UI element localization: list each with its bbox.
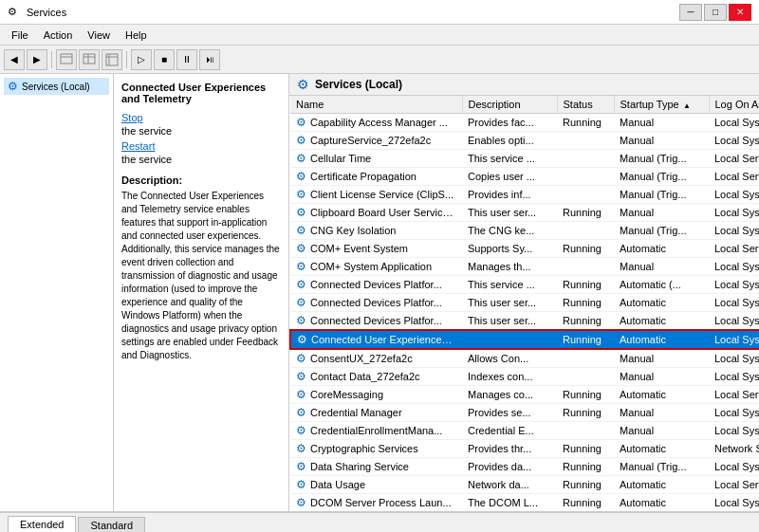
table-row[interactable]: ⚙Cellular TimeThis service ...Manual (Tr…	[290, 150, 759, 168]
row-startup-type: Automatic	[614, 476, 709, 494]
table-row[interactable]: ⚙COM+ System ApplicationManages th...Man…	[290, 258, 759, 276]
row-status: Running	[557, 330, 614, 349]
row-status: Running	[557, 440, 614, 458]
tree-item-services-local[interactable]: ⚙ Services (Local)	[4, 78, 109, 95]
row-status: Running	[557, 204, 614, 222]
col-description[interactable]: Description	[462, 96, 557, 114]
row-description: Credential E...	[462, 422, 557, 440]
minimize-button[interactable]: ─	[679, 4, 702, 21]
row-service-name: Cellular Time	[310, 153, 371, 164]
col-status[interactable]: Status	[557, 96, 614, 114]
row-description: Copies user ...	[462, 168, 557, 186]
toolbar-forward-button[interactable]: ▶	[27, 49, 47, 70]
row-service-name: COM+ Event System	[310, 243, 408, 254]
col-startup-type[interactable]: Startup Type ▲	[614, 96, 709, 114]
tab-extended[interactable]: Extended	[8, 516, 76, 532]
col-name[interactable]: Name	[290, 96, 462, 114]
row-status: Running	[557, 240, 614, 258]
table-row[interactable]: ⚙Data UsageNetwork da...RunningAutomatic…	[290, 476, 759, 494]
menu-bar: File Action View Help	[0, 25, 759, 46]
table-row[interactable]: ⚙COM+ Event SystemSupports Sy...RunningA…	[290, 240, 759, 258]
toolbar-btn-3[interactable]	[102, 49, 122, 70]
maximize-button[interactable]: □	[704, 4, 727, 21]
table-row[interactable]: ⚙Client License Service (ClipS...Provide…	[290, 186, 759, 204]
row-description: Network da...	[462, 476, 557, 494]
row-logon-as: Local Syste	[709, 422, 759, 440]
toolbar-play-button[interactable]: ▷	[131, 49, 152, 70]
table-row[interactable]: ⚙Cryptographic ServicesProvides thr...Ru…	[290, 440, 759, 458]
table-row[interactable]: ⚙Connected Devices Platfor...This servic…	[290, 276, 759, 294]
row-description: The CNG ke...	[462, 222, 557, 240]
row-service-icon: ⚙	[296, 478, 306, 491]
services-table-container[interactable]: Name Description Status Startup Type ▲ L…	[289, 96, 759, 511]
table-row[interactable]: ⚙DCOM Server Process Laun...The DCOM L..…	[290, 494, 759, 512]
row-startup-type: Manual (Trig...	[614, 168, 709, 186]
table-row[interactable]: ⚙CNG Key IsolationThe CNG ke...Manual (T…	[290, 222, 759, 240]
row-service-name: CredentialEnrollmentMana...	[310, 425, 442, 436]
description-label: Description:	[121, 174, 281, 186]
row-description: The DCOM L...	[462, 494, 557, 512]
table-row[interactable]: ⚙Certificate PropagationCopies user ...M…	[290, 168, 759, 186]
right-panel: ⚙ Services (Local) Name Description Stat…	[289, 74, 759, 511]
row-service-name: Contact Data_272efa2c	[310, 371, 420, 382]
row-description: This user ser...	[462, 204, 557, 222]
row-logon-as: Local Syste	[709, 404, 759, 422]
table-row[interactable]: ⚙CaptureService_272efa2cEnables opti...M…	[290, 132, 759, 150]
row-description: Provides se...	[462, 404, 557, 422]
menu-file[interactable]: File	[4, 25, 36, 45]
row-status: Running	[557, 494, 614, 512]
row-service-icon: ⚙	[296, 152, 306, 165]
table-row[interactable]: ⚙Connected Devices Platfor...This user s…	[290, 312, 759, 331]
row-service-name: DCOM Server Process Laun...	[310, 497, 452, 508]
row-startup-type: Manual	[614, 368, 709, 386]
description-text: The Connected User Experiences and Telem…	[121, 190, 281, 362]
row-service-name: Capability Access Manager ...	[310, 117, 448, 128]
table-row[interactable]: ⚙Contact Data_272efa2cIndexes con...Manu…	[290, 368, 759, 386]
row-service-icon: ⚙	[296, 116, 306, 129]
table-row[interactable]: ⚙ConsentUX_272efa2cAllows Con...ManualLo…	[290, 349, 759, 368]
services-panel-header: ⚙ Services (Local)	[289, 74, 759, 96]
menu-action[interactable]: Action	[36, 25, 81, 45]
table-row[interactable]: ⚙CoreMessagingManages co...RunningAutoma…	[290, 386, 759, 404]
table-row[interactable]: ⚙Data Sharing ServiceProvides da...Runni…	[290, 458, 759, 476]
toolbar-pause-button[interactable]: ⏸	[176, 49, 197, 70]
table-row[interactable]: ⚙CredentialEnrollmentMana...Credential E…	[290, 422, 759, 440]
row-service-icon: ⚙	[296, 224, 306, 237]
restart-service-link[interactable]: Restart	[121, 140, 281, 152]
row-startup-type: Manual	[614, 422, 709, 440]
toolbar-btn-2[interactable]	[79, 49, 100, 70]
menu-view[interactable]: View	[80, 25, 118, 45]
row-service-name: Data Sharing Service	[310, 461, 409, 472]
close-button[interactable]: ✕	[729, 4, 751, 21]
col-logon-as[interactable]: Log On As	[709, 96, 759, 114]
tree-item-label: Services (Local)	[22, 82, 90, 92]
tab-standard[interactable]: Standard	[78, 517, 145, 532]
row-description: Manages co...	[462, 386, 557, 404]
menu-help[interactable]: Help	[118, 25, 155, 45]
stop-service-link[interactable]: Stop	[121, 112, 281, 123]
toolbar-stop-button[interactable]: ■	[154, 49, 175, 70]
row-logon-as: Local Syste	[709, 276, 759, 294]
row-logon-as: Local Servi	[709, 386, 759, 404]
row-service-icon: ⚙	[296, 388, 306, 401]
row-description: Enables opti...	[462, 132, 557, 150]
toolbar-separator-2	[126, 51, 127, 68]
row-service-icon: ⚙	[296, 424, 306, 437]
toolbar-restart-button[interactable]: ⏯	[199, 49, 220, 70]
row-logon-as: Local Syste	[709, 258, 759, 276]
table-row[interactable]: ⚙Capability Access Manager ...Provides f…	[290, 114, 759, 132]
table-row[interactable]: ⚙Clipboard Board User Service_272e...Thi…	[290, 204, 759, 222]
row-status: Running	[557, 476, 614, 494]
table-row[interactable]: ⚙Connected User Experiences and Telemetr…	[290, 330, 759, 349]
row-status	[557, 258, 614, 276]
row-startup-type: Automatic	[614, 294, 709, 312]
toolbar-add-button[interactable]	[56, 49, 77, 70]
toolbar-back-button[interactable]: ◀	[4, 49, 25, 70]
bottom-area: Extended Standard wsxdn.com	[0, 511, 759, 532]
table-row[interactable]: ⚙Connected Devices Platfor...This user s…	[290, 294, 759, 312]
row-status: Running	[557, 404, 614, 422]
services-table: Name Description Status Startup Type ▲ L…	[289, 96, 759, 511]
row-description: This service ...	[462, 276, 557, 294]
table-row[interactable]: ⚙Credential ManagerProvides se...Running…	[290, 404, 759, 422]
row-description: Provides inf...	[462, 186, 557, 204]
